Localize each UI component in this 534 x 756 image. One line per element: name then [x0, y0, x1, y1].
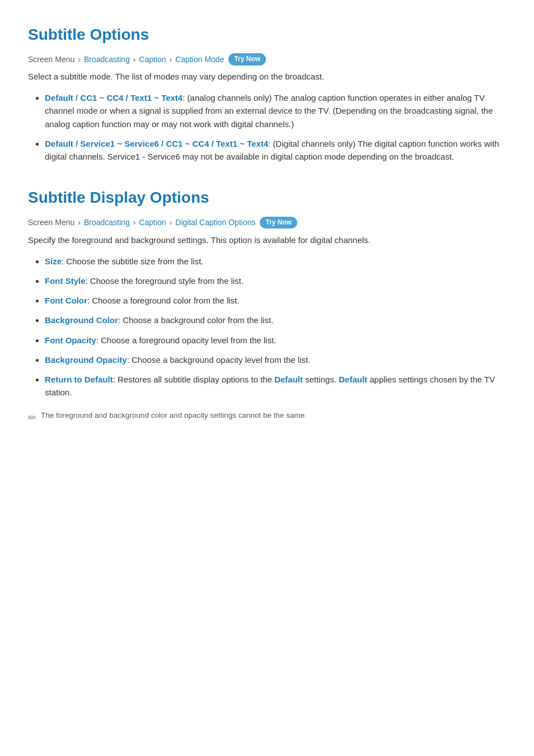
subtitle-options-section: Subtitle Options Screen Menu › Broadcast…: [28, 22, 506, 163]
list-item: Font Style: Choose the foreground style …: [45, 274, 506, 287]
breadcrumb-prefix-2: Screen Menu: [28, 216, 74, 228]
label-font-color: Font Color: [45, 296, 87, 305]
breadcrumb-caption-2[interactable]: Caption: [139, 216, 166, 228]
list-item: Default / CC1 ~ CC4 / Text1 ~ Text4: (an…: [45, 91, 506, 130]
return-to-default-text2: settings.: [303, 375, 339, 384]
font-opacity-text: : Choose a foreground opacity level from…: [96, 335, 277, 345]
label-size: Size: [45, 256, 62, 266]
subtitle-options-description: Select a subtitle mode. The list of mode…: [28, 70, 506, 83]
note-text: The foreground and background color and …: [41, 409, 307, 422]
background-color-text: : Choose a background color from the lis…: [118, 315, 274, 325]
list-item: Size: Choose the subtitle size from the …: [45, 255, 506, 268]
breadcrumb-digital-caption-options[interactable]: Digital Caption Options: [175, 216, 255, 228]
breadcrumb-sep5: ›: [133, 216, 136, 228]
subtitle-options-list: Default / CC1 ~ CC4 / Text1 ~ Text4: (an…: [28, 91, 506, 163]
breadcrumb-sep3: ›: [170, 53, 172, 66]
highlight-default-cc1: Default / CC1 ~ CC4 / Text1 ~: [45, 93, 161, 102]
note-row: ✏ The foreground and background color an…: [28, 409, 506, 426]
try-now-badge-1[interactable]: Try Now: [228, 53, 266, 65]
breadcrumb-broadcasting[interactable]: Broadcasting: [84, 53, 130, 66]
subtitle-display-options-section: Subtitle Display Options Screen Menu › B…: [28, 185, 506, 426]
breadcrumb-sep2: ›: [133, 53, 136, 66]
subtitle-options-title: Subtitle Options: [28, 22, 506, 48]
highlight-default-service: Default / Service1 ~ Service6 / CC1 ~ CC…: [45, 139, 268, 148]
highlight-text4: Text4: [161, 93, 182, 102]
breadcrumb-sep1: ›: [78, 53, 81, 66]
label-background-color: Background Color: [45, 315, 118, 325]
subtitle-display-description: Specify the foreground and background se…: [28, 234, 506, 247]
label-font-style: Font Style: [45, 276, 86, 286]
subtitle-display-list: Size: Choose the subtitle size from the …: [28, 255, 506, 399]
return-to-default-text1: : Restores all subtitle display options …: [113, 375, 275, 384]
breadcrumb-prefix: Screen Menu: [28, 53, 74, 66]
size-text: : Choose the subtitle size from the list…: [62, 256, 203, 266]
breadcrumb-sep4: ›: [78, 216, 81, 228]
highlight-default-2: Default: [339, 375, 367, 384]
breadcrumb-broadcasting-2[interactable]: Broadcasting: [84, 216, 130, 228]
subtitle-display-options-title: Subtitle Display Options: [28, 185, 506, 211]
breadcrumb-sep6: ›: [170, 216, 172, 228]
subtitle-display-breadcrumb: Screen Menu › Broadcasting › Caption › D…: [28, 216, 506, 228]
pencil-icon: ✏: [28, 410, 36, 426]
label-font-opacity: Font Opacity: [45, 335, 96, 345]
subtitle-options-breadcrumb: Screen Menu › Broadcasting › Caption › C…: [28, 53, 506, 66]
breadcrumb-caption-mode[interactable]: Caption Mode: [175, 53, 224, 66]
list-item: Background Opacity: Choose a background …: [45, 353, 506, 366]
label-background-opacity: Background Opacity: [45, 355, 127, 365]
list-item: Font Color: Choose a foreground color fr…: [45, 294, 506, 307]
label-return-to-default: Return to Default: [45, 375, 113, 384]
breadcrumb-caption[interactable]: Caption: [139, 53, 166, 66]
font-color-text: : Choose a foreground color from the lis…: [87, 296, 240, 305]
list-item: Default / Service1 ~ Service6 / CC1 ~ CC…: [45, 137, 506, 164]
list-item: Background Color: Choose a background co…: [45, 314, 506, 326]
background-opacity-text: : Choose a background opacity level from…: [127, 355, 311, 365]
highlight-default-1: Default: [274, 375, 303, 384]
try-now-badge-2[interactable]: Try Now: [260, 217, 297, 228]
list-item: Return to Default: Restores all subtitle…: [45, 373, 506, 399]
font-style-text: : Choose the foreground style from the l…: [86, 276, 244, 286]
list-item: Font Opacity: Choose a foreground opacit…: [45, 334, 506, 347]
